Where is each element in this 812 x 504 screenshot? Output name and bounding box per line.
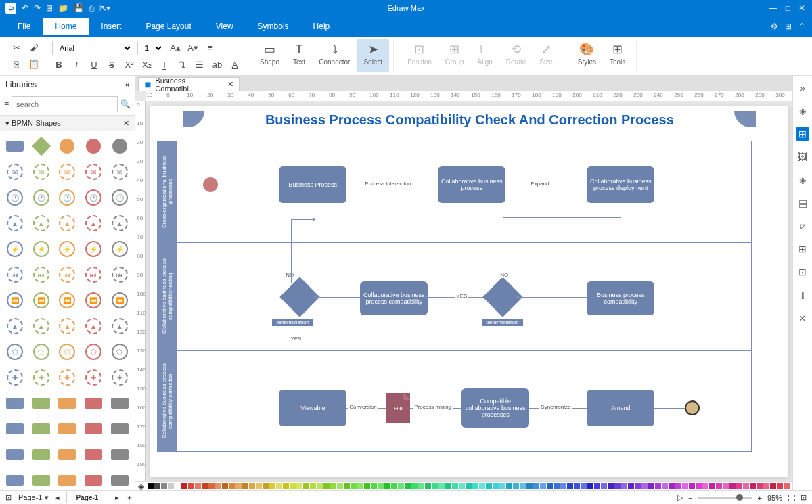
- bpmn-shape[interactable]: [83, 418, 104, 440]
- color-swatch[interactable]: [378, 483, 384, 489]
- bpmn-shape[interactable]: ✚: [30, 367, 52, 388]
- print-icon[interactable]: ⎙: [89, 3, 94, 13]
- bpmn-shape[interactable]: [83, 392, 104, 414]
- image-icon[interactable]: 🖼: [796, 150, 809, 164]
- color-swatch[interactable]: [459, 483, 465, 489]
- bpmn-shape[interactable]: [30, 469, 52, 490]
- bpmn-shape[interactable]: [30, 392, 52, 414]
- rotate-tool[interactable]: ⟲Rotate: [499, 39, 533, 72]
- bpmn-shape[interactable]: [109, 444, 131, 465]
- zoom-value[interactable]: 95%: [767, 494, 782, 502]
- color-swatch[interactable]: [601, 483, 607, 489]
- textcase-icon[interactable]: T̲: [158, 58, 171, 72]
- color-swatch[interactable]: [148, 483, 154, 489]
- bpmn-shape[interactable]: ⬠: [4, 341, 26, 363]
- color-swatch[interactable]: [296, 483, 302, 489]
- bpmn-shape[interactable]: ⚡: [109, 238, 131, 260]
- color-swatch[interactable]: [452, 483, 458, 489]
- bpmn-shape[interactable]: [109, 135, 131, 157]
- bpmn-shape[interactable]: ⏪: [109, 290, 131, 311]
- color-swatch[interactable]: [445, 483, 451, 489]
- bpmn-shape[interactable]: ⚡: [56, 238, 78, 260]
- properties-icon[interactable]: ⊞: [796, 127, 809, 141]
- bpmn-shape[interactable]: [56, 418, 78, 440]
- color-swatch[interactable]: [777, 483, 783, 489]
- textbox-icon[interactable]: ab: [210, 58, 224, 72]
- bpmn-shape[interactable]: 🕐: [56, 187, 78, 208]
- color-swatch[interactable]: [161, 483, 167, 489]
- color-swatch[interactable]: [669, 483, 675, 489]
- next-page-icon[interactable]: ▸: [115, 493, 119, 502]
- bpmn-shape[interactable]: ⚡: [4, 238, 26, 260]
- close-icon[interactable]: ✕: [798, 3, 805, 13]
- color-swatch[interactable]: [520, 483, 526, 489]
- color-swatch[interactable]: [371, 483, 377, 489]
- italic-icon[interactable]: I: [70, 58, 83, 72]
- menu-help[interactable]: Help: [301, 18, 342, 35]
- color-swatch[interactable]: [432, 483, 438, 489]
- bpmn-shape[interactable]: [56, 135, 78, 157]
- bpmn-shape[interactable]: ⬠: [56, 341, 78, 363]
- bpmn-shape[interactable]: [83, 135, 104, 157]
- color-swatch[interactable]: [486, 483, 492, 489]
- bpmn-shape[interactable]: ✚: [4, 367, 26, 388]
- maximize-icon[interactable]: □: [786, 3, 790, 13]
- font-shrink-icon[interactable]: A▾: [186, 41, 200, 55]
- bpmn-shape[interactable]: ✉: [83, 161, 104, 183]
- bpmn-shape[interactable]: [4, 444, 26, 465]
- bpmn-shape[interactable]: ⏮: [109, 264, 131, 285]
- color-swatch[interactable]: [784, 483, 790, 489]
- export-icon[interactable]: ⇱▾: [99, 3, 110, 13]
- view-mode-icon[interactable]: ⊡: [5, 493, 12, 502]
- color-swatch[interactable]: [641, 483, 648, 489]
- search-icon[interactable]: 🔍: [120, 99, 131, 109]
- color-swatch[interactable]: [587, 483, 593, 489]
- close-tab-icon[interactable]: ✕: [227, 80, 233, 89]
- document-tab[interactable]: ▣Business Compatibi...✕: [138, 77, 240, 91]
- color-swatch[interactable]: [425, 483, 431, 489]
- add-page-icon[interactable]: ＋: [126, 492, 133, 503]
- page-tab[interactable]: Page-1: [66, 492, 109, 503]
- group-tool[interactable]: ⊞Group: [438, 39, 471, 72]
- search-input[interactable]: [12, 96, 118, 112]
- color-swatch[interactable]: [411, 483, 418, 489]
- color-swatch[interactable]: [283, 483, 289, 489]
- subscript-icon[interactable]: X₂: [140, 58, 154, 72]
- align-tool[interactable]: ⊢Align: [471, 39, 499, 72]
- bpmn-shape[interactable]: ▲: [30, 212, 52, 234]
- bpmn-shape[interactable]: ▲: [30, 315, 52, 337]
- align-icon[interactable]: ≡: [204, 41, 217, 55]
- color-swatch[interactable]: [195, 483, 201, 489]
- bpmn-shape[interactable]: ⏪: [83, 290, 104, 311]
- bpmn-shape[interactable]: [4, 469, 26, 490]
- color-swatch[interactable]: [594, 483, 600, 489]
- bpmn-shape[interactable]: ✉: [4, 161, 26, 183]
- bpmn-shape[interactable]: ▲: [4, 212, 26, 234]
- color-swatch[interactable]: [750, 483, 756, 489]
- styles-tool[interactable]: 🎨Styles: [571, 39, 603, 72]
- bpmn-shape[interactable]: 🕐: [4, 187, 26, 208]
- color-swatch[interactable]: [479, 483, 485, 489]
- bpmn-shape[interactable]: ⬠: [109, 341, 131, 363]
- menu-symbols[interactable]: Symbols: [246, 18, 301, 35]
- color-swatch[interactable]: [337, 483, 343, 489]
- swimlane-3[interactable]: Collaborative business process compatibi…: [157, 350, 752, 452]
- tools-tool[interactable]: ⊞Tools: [603, 39, 632, 72]
- font-grow-icon[interactable]: A▴: [168, 41, 182, 55]
- bpmn-shape[interactable]: [56, 392, 78, 414]
- node-compat[interactable]: Collaborative business process compatibi…: [360, 281, 428, 315]
- color-swatch[interactable]: [276, 483, 282, 489]
- color-swatch[interactable]: [330, 483, 336, 489]
- color-swatch[interactable]: [770, 483, 776, 489]
- node-cbp[interactable]: Collaborative business process: [438, 166, 505, 203]
- canvas[interactable]: Business Process Compatibility Check And…: [150, 106, 788, 477]
- color-swatch[interactable]: [621, 483, 627, 489]
- color-swatch[interactable]: [229, 483, 235, 489]
- bpmn-shape[interactable]: ✚: [56, 367, 78, 388]
- category-header[interactable]: ▾ BPMN-Shapes✕: [0, 115, 135, 131]
- table-icon[interactable]: ⊞: [796, 242, 809, 256]
- color-swatch[interactable]: [608, 483, 614, 489]
- connector-tool[interactable]: ⤵Connector: [312, 39, 357, 72]
- bpmn-shape[interactable]: ⏪: [4, 290, 26, 311]
- bpmn-shape[interactable]: [56, 444, 78, 465]
